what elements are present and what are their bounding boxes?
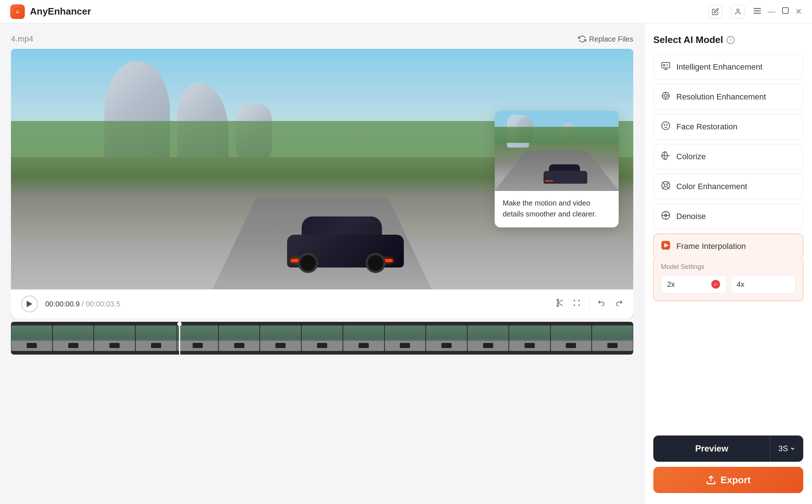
frame-3 [94,325,135,351]
time-separator: / [82,300,86,308]
frame-10 [385,325,426,351]
car-wheel-left [298,253,318,273]
export-label: Export [720,474,750,486]
svg-point-18 [664,94,668,98]
frame-5 [177,325,218,351]
panel-title: Select AI Model i [653,34,803,46]
check-icon-2x: ✓ [711,280,720,289]
model-frame-interpolation[interactable]: Frame Interpolation [653,234,803,259]
redo-icon[interactable] [614,298,623,309]
frame-4 [136,325,177,351]
frame-12 [468,325,509,351]
model-intelligent-label: Intelligent Enhancement [676,62,762,72]
replace-files-button[interactable]: Replace Files [578,35,633,43]
model-color-enhancement-label: Color Enhancement [676,182,747,191]
svg-point-16 [664,65,665,66]
video-container: Make the motion and video details smooth… [11,49,633,318]
tooltip-car-body [544,171,587,184]
tooltip-description: Make the motion and video details smooth… [495,191,619,227]
resolution-icon [661,91,670,103]
video-preview: Make the motion and video details smooth… [11,49,633,289]
model-denoise[interactable]: Denoise [653,204,803,229]
model-settings: Model Settings 2x ✓ 4x [653,259,803,301]
svg-rect-6 [782,8,788,13]
svg-rect-3 [754,8,761,9]
info-icon[interactable]: i [727,36,735,44]
window-controls: — ✕ [754,7,802,16]
svg-rect-4 [754,11,761,12]
face-icon [661,121,670,133]
settings-options: 2x ✓ 4x [661,275,796,293]
frame-9 [343,325,384,351]
settings-label: Model Settings [661,263,796,271]
maximize-icon[interactable] [782,7,789,16]
title-bar: AnyEnhancer — [0,0,812,23]
app-logo [10,4,25,19]
close-icon[interactable]: ✕ [795,7,802,16]
intelligent-icon [661,61,670,73]
setting-4x[interactable]: 4x [731,275,796,293]
model-intelligent[interactable]: Intelligent Enhancement [653,54,803,80]
app-title: AnyEnhancer [30,6,91,17]
tooltip-thumbnail [495,111,619,191]
export-button[interactable]: Export [653,467,803,493]
frame-7 [260,325,301,351]
title-bar-right: — ✕ [708,5,802,19]
right-panel: Select AI Model i Intelligent Enhancemen… [644,23,812,504]
cut-icon[interactable] [556,298,564,309]
control-icons [556,298,623,309]
model-resolution[interactable]: Resolution Enhancement [653,84,803,110]
model-face-label: Face Restoration [676,122,738,132]
svg-point-2 [737,9,739,11]
model-colorize[interactable]: Colorize [653,144,803,169]
color-enhance-icon [661,181,670,192]
edit-icon-button[interactable] [708,5,722,19]
setting-2x-label: 2x [667,280,675,289]
timeline-frames [11,325,633,352]
colorize-icon [661,151,670,163]
car [287,209,404,267]
main-content: 4.mp4 Replace Files [0,23,812,504]
model-denoise-label: Denoise [676,212,706,221]
panel-title-text: Select AI Model [653,34,723,46]
svg-marker-7 [27,301,32,307]
model-face[interactable]: Face Restoration [653,114,803,140]
model-resolution-label: Resolution Enhancement [676,92,766,102]
time-total: 00:00:03.5 [86,300,120,308]
svg-point-1 [16,10,19,12]
frame-1 [11,325,52,351]
model-colorize-label: Colorize [676,152,706,161]
frame-15 [592,325,633,351]
play-button[interactable] [21,296,38,312]
setting-2x[interactable]: 2x ✓ [661,275,726,293]
frame-8 [302,325,343,351]
preview-seconds-value: 3S [778,444,788,453]
preview-button[interactable]: Preview 3S [653,435,803,462]
tooltip-popup: Make the motion and video details smooth… [495,111,619,227]
tooltip-car-light [545,180,553,181]
frame-13 [509,325,550,351]
minimize-icon[interactable]: — [767,7,776,16]
svg-point-24 [664,125,665,125]
crop-icon[interactable] [572,298,581,309]
svg-rect-13 [662,62,670,68]
preview-label: Preview [695,444,728,454]
tooltip-car [544,164,587,184]
timeline[interactable] [11,322,633,355]
model-color-enhancement[interactable]: Color Enhancement [653,174,803,199]
menu-icon[interactable] [754,7,761,16]
frame-14 [551,325,592,351]
file-name: 4.mp4 [11,34,33,44]
title-bar-left: AnyEnhancer [10,4,91,19]
control-divider [589,300,589,308]
frame-interp-icon [661,241,670,252]
time-display: 00:00:00.9 / 00:00:03.5 [45,300,120,308]
car-wheel-right [366,253,386,273]
profile-icon-button[interactable] [731,5,745,19]
preview-seconds[interactable]: 3S [770,444,803,453]
timeline-playhead[interactable] [179,322,180,355]
svg-point-8 [557,305,558,306]
undo-icon[interactable] [598,298,606,309]
file-header: 4.mp4 Replace Files [11,34,633,44]
setting-4x-label: 4x [737,280,745,289]
